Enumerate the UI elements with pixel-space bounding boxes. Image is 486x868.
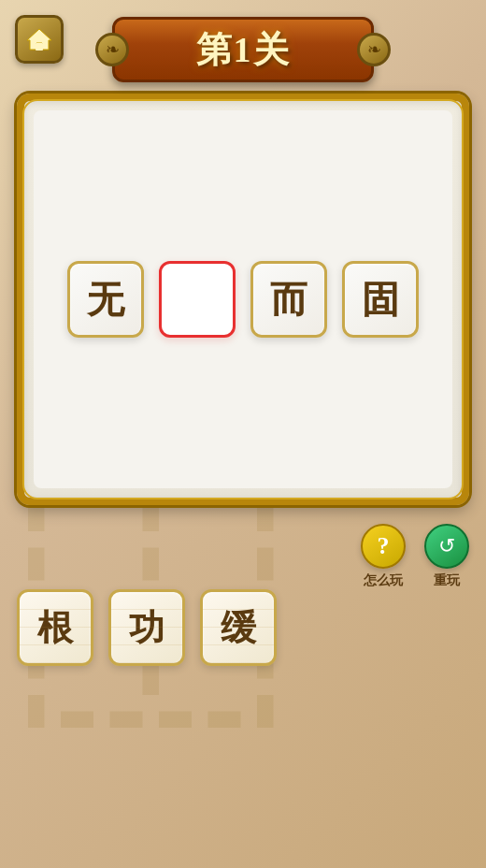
word-tile-3[interactable]: 固 [342,261,419,338]
level-title: 第1关 [196,26,291,74]
home-button[interactable] [15,15,64,64]
word-tile-2[interactable]: 而 [250,261,327,338]
answer-tile-0[interactable]: 根 [17,589,93,666]
word-tiles-row: 无 而 固 [67,261,419,338]
word-tile-0[interactable]: 无 [67,261,144,338]
game-board: 无 而 固 [17,94,469,505]
banner-ornament-right: ❧ [357,33,391,66]
help-label: 怎么玩 [364,572,403,589]
svg-rect-0 [36,43,43,51]
answer-tiles-row: 根 功 缓 [17,589,277,666]
help-button[interactable]: ? 怎么玩 [361,524,406,589]
answer-tile-1[interactable]: 功 [108,589,185,666]
word-tile-1-empty[interactable] [159,261,236,338]
answer-tile-2[interactable]: 缓 [200,589,277,666]
help-icon: ? [361,524,406,569]
home-icon [25,25,53,53]
controls-row: ? 怎么玩 ↺ 重玩 [361,524,469,589]
banner-ornament-left: ❧ [95,33,129,66]
board-inner: 无 而 固 [34,110,452,488]
title-banner: ❧ ❧ 第1关 [112,17,374,82]
replay-icon: ↺ [424,524,469,569]
replay-button[interactable]: ↺ 重玩 [424,524,469,589]
replay-label: 重玩 [434,572,460,589]
